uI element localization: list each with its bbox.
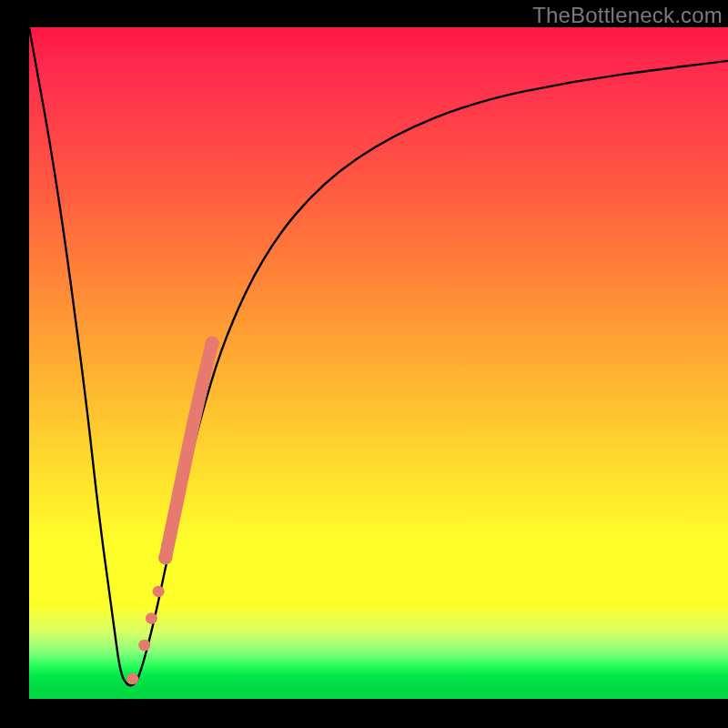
chart-frame: TheBottleneck.com [0,0,728,728]
watermark-text: TheBottleneck.com [532,3,723,28]
svg-point-4 [158,551,172,565]
svg-point-2 [146,612,157,624]
bottleneck-curve [29,27,728,685]
svg-point-0 [126,673,138,685]
svg-point-1 [138,640,150,652]
svg-point-3 [153,586,165,598]
highlight-markers [126,336,219,684]
plot-area [29,27,728,699]
curve-overlay [29,27,728,699]
svg-point-5 [206,336,219,349]
